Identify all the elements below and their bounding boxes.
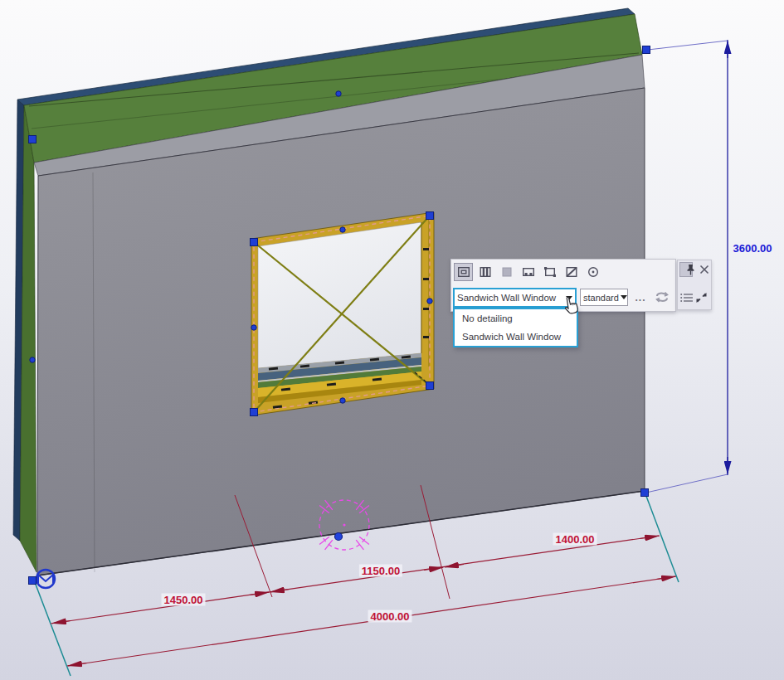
panel-corners-icon <box>543 265 557 279</box>
extension-line-left-teal <box>33 578 71 676</box>
caret-down-icon[interactable] <box>621 295 627 299</box>
panel-corners-button[interactable] <box>540 263 559 281</box>
circle-target-button[interactable] <box>583 263 602 281</box>
panel-opening-button[interactable] <box>454 263 473 281</box>
solid-panel-button[interactable] <box>497 263 516 281</box>
solid-panel-icon <box>500 265 514 279</box>
standard-value: standard <box>583 293 619 303</box>
handle-window-top-left[interactable] <box>251 239 258 246</box>
dim-label-segment-left[interactable]: 1450.00 <box>162 594 206 606</box>
pin-toolbar-button[interactable] <box>679 262 693 277</box>
circle-target-icon <box>587 265 600 279</box>
diagonal-line-button[interactable] <box>562 263 581 281</box>
dim-label-total-width[interactable]: 4000.00 <box>368 610 412 623</box>
more-options-button[interactable]: ... <box>631 290 650 305</box>
collapse-toolbar-icon <box>695 292 708 304</box>
handle-wall-left-mid[interactable] <box>30 357 35 362</box>
dropdown-item-no-detailing[interactable]: No detailing <box>455 309 577 328</box>
toolbar-options-button[interactable] <box>679 292 694 306</box>
handle-window-bottom-left[interactable] <box>251 409 258 416</box>
list-options-icon <box>679 292 694 304</box>
sync-icon <box>654 290 670 305</box>
handle-wall-bottom-left[interactable] <box>29 577 37 585</box>
close-toolbar-button[interactable] <box>694 262 708 277</box>
hand-cursor-icon <box>561 295 582 320</box>
panel-fixtures-icon <box>522 265 535 279</box>
handle-window-right-mid[interactable] <box>427 299 432 304</box>
extension-line-bottom <box>646 474 728 493</box>
handle-wall-top-mid[interactable] <box>336 91 341 96</box>
collapse-toolbar-button[interactable] <box>695 292 708 306</box>
sandwich-wall-window[interactable] <box>251 212 434 415</box>
handle-window-left-mid[interactable] <box>251 325 256 330</box>
diagonal-line-icon <box>565 265 578 279</box>
sync-button[interactable] <box>654 290 670 308</box>
dim-label-segment-right[interactable]: 1400.00 <box>553 533 597 546</box>
dropdown-item-sandwich-wall-window[interactable]: Sandwich Wall Window <box>455 328 577 346</box>
handle-wall-top-right[interactable] <box>643 46 650 54</box>
dim-label-wall-height[interactable]: 3600.00 <box>731 242 775 255</box>
handle-window-bottom-right[interactable] <box>426 382 434 390</box>
detailing-dropdown-list: No detailing Sandwich Wall Window <box>453 308 578 347</box>
mouse-cursor <box>561 295 582 323</box>
handle-window-bottom-mid[interactable] <box>340 398 345 403</box>
panel-fixtures-button[interactable] <box>519 263 538 281</box>
window-glass <box>258 222 421 368</box>
dim-label-segment-window[interactable]: 1150.00 <box>359 565 402 577</box>
close-icon <box>699 265 709 274</box>
vertical-layers-button[interactable] <box>475 263 494 281</box>
model-viewport[interactable]: 3600.00 1450.00 1150.00 1400.00 4000.00 <box>0 0 784 680</box>
extension-line-top <box>648 41 728 50</box>
reference-point-dot[interactable] <box>335 533 343 541</box>
handle-wall-top-left[interactable] <box>29 136 37 143</box>
standard-select[interactable]: standard <box>580 289 628 306</box>
handle-wall-bottom-right[interactable] <box>641 489 649 497</box>
toolbar-icon-row <box>454 263 602 281</box>
model-scene <box>0 0 784 680</box>
handle-window-top-mid[interactable] <box>340 227 345 232</box>
handle-window-top-right[interactable] <box>426 212 434 220</box>
vertical-layers-icon <box>479 265 492 279</box>
toolbar-mini-panel <box>677 260 712 310</box>
panel-opening-icon <box>457 265 470 279</box>
detailing-type-value: Sandwich Wall Window <box>457 293 564 303</box>
detailing-type-select[interactable]: Sandwich Wall Window <box>453 288 577 308</box>
